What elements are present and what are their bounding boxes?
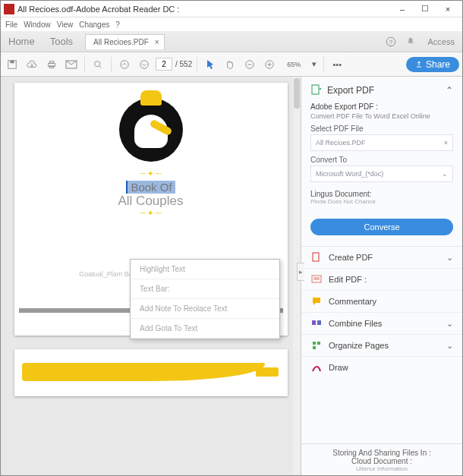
app-icon: [4, 4, 14, 14]
save-icon[interactable]: [4, 56, 20, 73]
access-button[interactable]: Access: [420, 37, 462, 46]
help-icon[interactable]: ?: [381, 36, 401, 47]
svg-point-9: [121, 60, 129, 68]
maximize-button[interactable]: ☐: [414, 2, 436, 17]
zoom-dropdown-icon[interactable]: ▾: [310, 56, 319, 73]
document-tab-label: All Recioes.PDF: [93, 38, 149, 46]
convert-button[interactable]: Converse: [310, 219, 453, 235]
footer-line3[interactable]: Ulterior Information: [309, 465, 455, 472]
tool-commentary[interactable]: Commentary: [301, 291, 462, 313]
file-select-box[interactable]: All Recioes.PDF ×: [310, 134, 453, 151]
context-menu: Highlight Text Text Bar: Add Note To Reo…: [130, 259, 280, 339]
menu-help[interactable]: ?: [115, 20, 120, 29]
upload-icon: [415, 61, 423, 68]
page-down-icon[interactable]: [136, 56, 153, 73]
svg-text:?: ?: [389, 38, 392, 45]
side-panel: ▸ Export PDF ⌃ Adobe Export PDF : Conver…: [301, 77, 462, 476]
next-page-preview: [14, 349, 288, 396]
share-button[interactable]: Share: [406, 57, 459, 72]
tool-organize[interactable]: Organize Pages ⌄: [301, 335, 462, 357]
select-file-label: Select PDF File: [310, 125, 453, 133]
document-tab[interactable]: All Recioes.PDF ×: [85, 34, 165, 49]
menu-window[interactable]: Window: [24, 20, 51, 29]
pointer-icon[interactable]: [202, 56, 219, 73]
tool-combine[interactable]: Combine Files ⌄: [301, 313, 462, 335]
create-pdf-icon: [310, 251, 323, 263]
close-tab-icon[interactable]: ×: [155, 38, 159, 46]
svg-rect-16: [312, 320, 316, 325]
notifications-icon[interactable]: [401, 36, 420, 47]
toolbar: / 552 ▾ ••• Share: [1, 52, 462, 77]
brand-label: Adobe Export PDF :: [310, 102, 453, 111]
page-number-input[interactable]: [156, 58, 172, 71]
export-title[interactable]: Export PDF: [327, 85, 374, 96]
ctx-highlight[interactable]: Highlight Text: [131, 260, 279, 279]
document-pane[interactable]: ─ ✦ ─ Book Of All Couples ─ ✦ ─ Goatual_…: [1, 77, 301, 476]
search-icon[interactable]: [90, 56, 106, 73]
svg-point-8: [95, 61, 100, 66]
minimize-button[interactable]: –: [391, 2, 414, 17]
svg-rect-3: [10, 60, 14, 63]
menu-bar: File Window View Changes ?: [1, 17, 462, 31]
svg-rect-20: [313, 346, 316, 349]
export-pdf-module: Export PDF ⌃ Adobe Export PDF : Convert …: [301, 77, 462, 247]
zoom-out-icon[interactable]: [241, 56, 258, 73]
chevron-down-icon[interactable]: ⌄: [442, 170, 448, 178]
chevron-down-icon: ⌄: [446, 341, 453, 351]
chevron-up-icon[interactable]: ⌃: [446, 85, 453, 96]
convert-to-label: Convert To: [310, 156, 453, 164]
collapse-handle[interactable]: ▸: [297, 263, 304, 281]
organize-icon: [310, 339, 323, 351]
page-up-icon[interactable]: [116, 56, 133, 73]
svg-rect-5: [49, 61, 53, 63]
print-icon[interactable]: [43, 56, 60, 73]
clear-file-icon[interactable]: ×: [444, 139, 448, 147]
home-tab[interactable]: Home: [1, 31, 43, 52]
menu-file[interactable]: File: [5, 20, 17, 29]
ctx-add-goto[interactable]: Add Gota To Text: [131, 319, 279, 339]
tool-edit-pdf[interactable]: Edit PDF :: [301, 269, 462, 291]
close-window-button[interactable]: ×: [436, 2, 459, 17]
more-icon[interactable]: •••: [329, 56, 345, 73]
ctx-textbar[interactable]: Text Bar:: [131, 279, 279, 299]
draw-icon: [310, 361, 323, 374]
ctx-add-note[interactable]: Add Note To Reolace Text: [131, 299, 279, 319]
svg-point-10: [140, 60, 149, 68]
chef-logo: [119, 98, 183, 162]
tool-create-pdf[interactable]: Create PDF ⌄: [301, 247, 462, 269]
chevron-down-icon: ⌄: [446, 319, 453, 329]
comment-icon: [310, 295, 323, 307]
selected-text[interactable]: Book Of: [126, 181, 175, 194]
svg-rect-14: [313, 253, 319, 261]
footer-line1: Storing And Sharing Files In :: [309, 449, 455, 457]
title-bar: All Recioes.odf-Adobe Acrobat Reader DC …: [1, 1, 462, 17]
format-select[interactable]: Microsoft Word_(*doc) ⌄: [310, 165, 453, 182]
svg-rect-18: [313, 342, 316, 345]
tool-draw[interactable]: Draw: [301, 357, 462, 378]
cloud-icon[interactable]: [24, 56, 40, 73]
menu-changes[interactable]: Changes: [79, 20, 109, 29]
svg-rect-17: [317, 320, 321, 325]
tools-tab[interactable]: Tools: [43, 31, 80, 52]
edit-pdf-icon: [310, 273, 323, 285]
menu-view[interactable]: View: [57, 20, 74, 29]
selected-file: All Recioes.PDF: [316, 139, 366, 147]
lingua-sub: Pinda Does Not Chance: [310, 198, 453, 205]
footer-line2: Cloud Document :: [309, 457, 455, 465]
zoom-in-icon[interactable]: [261, 56, 278, 73]
tab-bar: Home Tools All Recioes.PDF × ? Access: [1, 31, 462, 52]
page-total: / 552: [175, 60, 192, 68]
ornament-top: ─ ✦ ─: [14, 169, 288, 178]
mail-icon[interactable]: [63, 56, 80, 73]
hand-icon[interactable]: [222, 56, 238, 73]
svg-rect-13: [312, 85, 319, 94]
lingua-label: Lingus Document:: [310, 190, 453, 198]
scroll-thumb[interactable]: [294, 78, 300, 109]
share-label: Share: [426, 59, 450, 70]
main-area: ─ ✦ ─ Book Of All Couples ─ ✦ ─ Goatual_…: [1, 77, 462, 476]
combine-icon: [310, 317, 323, 329]
zoom-input[interactable]: [281, 59, 307, 70]
export-pdf-icon: [310, 84, 323, 96]
ornament-bottom: ─ ✦ ─: [14, 209, 288, 217]
svg-rect-19: [317, 342, 320, 345]
